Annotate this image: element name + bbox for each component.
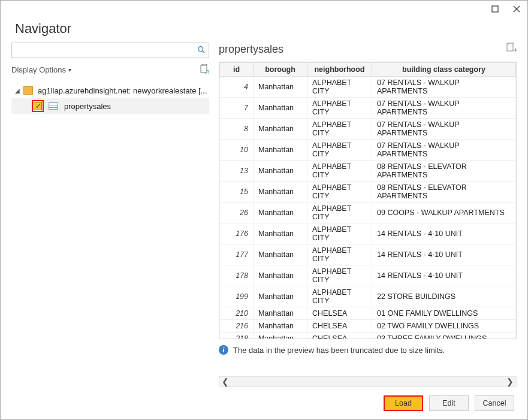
edit-button[interactable]: Edit: [429, 395, 469, 411]
cell-id: 178: [220, 265, 254, 286]
cell-neighborhood: ALPHABET CITY: [307, 140, 372, 161]
cell-neighborhood: CHELSEA: [307, 320, 372, 333]
right-pane: propertysales + id borough neighborhood …: [219, 43, 517, 387]
refresh-icon[interactable]: [200, 64, 209, 75]
cell-bcc: 02 TWO FAMILY DWELLINGS: [372, 320, 516, 333]
search-input[interactable]: [11, 43, 209, 58]
cell-borough: Manhattan: [254, 320, 307, 333]
svg-rect-5: [201, 65, 207, 72]
cell-id: 177: [220, 244, 254, 265]
table-icon: [49, 102, 58, 110]
cell-id: 176: [220, 223, 254, 244]
col-header-borough[interactable]: borough: [254, 63, 307, 77]
table-row[interactable]: 210ManhattanCHELSEA01 ONE FAMILY DWELLIN…: [220, 307, 516, 320]
cell-borough: Manhattan: [254, 182, 307, 203]
table-row[interactable]: 15ManhattanALPHABET CITY08 RENTALS - ELE…: [220, 182, 516, 203]
folder-icon: [23, 86, 33, 95]
table-row[interactable]: 177ManhattanALPHABET CITY14 RENTALS - 4-…: [220, 244, 516, 265]
svg-point-3: [198, 47, 203, 52]
cell-borough: Manhattan: [254, 244, 307, 265]
horizontal-scrollbar[interactable]: ❮ ❯: [219, 376, 517, 387]
chevron-down-icon: ▾: [68, 67, 71, 73]
table-row[interactable]: 13ManhattanALPHABET CITY08 RENTALS - ELE…: [220, 161, 516, 182]
truncate-notice: i The data in the preview has been trunc…: [219, 345, 517, 355]
tree-node-table-label: propertysales: [64, 102, 111, 111]
dialog-title: Navigator: [15, 21, 513, 37]
cell-neighborhood: ALPHABET CITY: [307, 244, 372, 265]
cell-bcc: 14 RENTALS - 4-10 UNIT: [372, 265, 516, 286]
cell-neighborhood: CHELSEA: [307, 307, 372, 320]
cell-id: 8: [220, 119, 254, 140]
table-checkbox[interactable]: ✓: [34, 102, 42, 110]
cell-bcc: 01 ONE FAMILY DWELLINGS: [372, 307, 516, 320]
cell-neighborhood: ALPHABET CITY: [307, 286, 372, 307]
col-header-neighborhood[interactable]: neighborhood: [307, 63, 372, 77]
tree-node-table[interactable]: ✓ propertysales: [11, 98, 209, 114]
scroll-right-button[interactable]: ❯: [504, 377, 516, 386]
preview-table: id borough neighborhood building class c…: [219, 62, 516, 339]
cell-neighborhood: ALPHABET CITY: [307, 119, 372, 140]
cell-id: 15: [220, 182, 254, 203]
object-tree: ◢ ag1llap.azurehdinsight.net: newyorkrea…: [11, 83, 209, 114]
cell-borough: Manhattan: [254, 140, 307, 161]
table-row[interactable]: 216ManhattanCHELSEA02 TWO FAMILY DWELLIN…: [220, 320, 516, 333]
cell-borough: Manhattan: [254, 307, 307, 320]
maximize-button[interactable]: [488, 3, 502, 15]
cell-bcc: 14 RENTALS - 4-10 UNIT: [372, 244, 516, 265]
truncate-text: The data in the preview has been truncat…: [233, 346, 445, 355]
table-row[interactable]: 26ManhattanALPHABET CITY09 COOPS - WALKU…: [220, 203, 516, 223]
table-row[interactable]: 218ManhattanCHELSEA03 THREE FAMILY DWELL…: [220, 333, 516, 340]
cell-id: 210: [220, 307, 254, 320]
cell-bcc: 07 RENTALS - WALKUP APARTMENTS: [372, 119, 516, 140]
cell-id: 218: [220, 333, 254, 340]
navigator-dialog: Navigator Display Options ▾: [0, 0, 528, 420]
preview-table-wrap: id borough neighborhood building class c…: [219, 62, 517, 339]
col-header-bcc[interactable]: building class category: [372, 63, 516, 77]
table-row[interactable]: 4ManhattanALPHABET CITY07 RENTALS - WALK…: [220, 77, 516, 98]
cell-id: 26: [220, 203, 254, 223]
tree-node-server[interactable]: ◢ ag1llap.azurehdinsight.net: newyorkrea…: [11, 83, 209, 98]
scroll-left-button[interactable]: ❮: [219, 377, 231, 386]
cancel-button[interactable]: Cancel: [475, 395, 514, 411]
display-options-label: Display Options: [11, 65, 66, 74]
cell-borough: Manhattan: [254, 286, 307, 307]
cell-bcc: 07 RENTALS - WALKUP APARTMENTS: [372, 77, 516, 98]
cell-bcc: 08 RENTALS - ELEVATOR APARTMENTS: [372, 182, 516, 203]
table-row[interactable]: 199ManhattanALPHABET CITY22 STORE BUILDI…: [220, 286, 516, 307]
table-row[interactable]: 10ManhattanALPHABET CITY07 RENTALS - WAL…: [220, 140, 516, 161]
cell-id: 7: [220, 98, 254, 119]
cell-neighborhood: ALPHABET CITY: [307, 77, 372, 98]
svg-rect-6: [507, 44, 513, 51]
display-options-dropdown[interactable]: Display Options ▾: [11, 65, 71, 74]
left-pane: Display Options ▾ ◢ ag1llap.azurehdinsig…: [11, 43, 209, 387]
table-row[interactable]: 176ManhattanALPHABET CITY14 RENTALS - 4-…: [220, 223, 516, 244]
cell-id: 13: [220, 161, 254, 182]
cell-neighborhood: ALPHABET CITY: [307, 203, 372, 223]
cell-neighborhood: ALPHABET CITY: [307, 98, 372, 119]
cell-neighborhood: ALPHABET CITY: [307, 265, 372, 286]
col-header-id[interactable]: id: [220, 63, 254, 77]
cell-bcc: 14 RENTALS - 4-10 UNIT: [372, 223, 516, 244]
cell-neighborhood: ALPHABET CITY: [307, 182, 372, 203]
svg-text:+: +: [514, 47, 517, 53]
tree-node-server-label: ag1llap.azurehdinsight.net: newyorkreale…: [38, 86, 207, 95]
close-button[interactable]: [509, 3, 524, 15]
table-row[interactable]: 7ManhattanALPHABET CITY07 RENTALS - WALK…: [220, 98, 516, 119]
expand-icon[interactable]: ◢: [15, 87, 21, 94]
cell-neighborhood: CHELSEA: [307, 333, 372, 340]
cell-borough: Manhattan: [254, 161, 307, 182]
search-icon[interactable]: [197, 46, 206, 56]
titlebar: [1, 1, 527, 17]
table-row[interactable]: 8ManhattanALPHABET CITY07 RENTALS - WALK…: [220, 119, 516, 140]
cell-neighborhood: ALPHABET CITY: [307, 161, 372, 182]
load-button[interactable]: Load: [384, 395, 423, 411]
cell-borough: Manhattan: [254, 223, 307, 244]
add-column-icon[interactable]: +: [506, 43, 517, 56]
table-row[interactable]: 178ManhattanALPHABET CITY14 RENTALS - 4-…: [220, 265, 516, 286]
cell-borough: Manhattan: [254, 119, 307, 140]
preview-title: propertysales: [219, 43, 283, 56]
svg-rect-0: [492, 6, 498, 12]
cell-neighborhood: ALPHABET CITY: [307, 223, 372, 244]
table-checkbox-highlight: ✓: [32, 100, 44, 112]
cell-bcc: 22 STORE BUILDINGS: [372, 286, 516, 307]
